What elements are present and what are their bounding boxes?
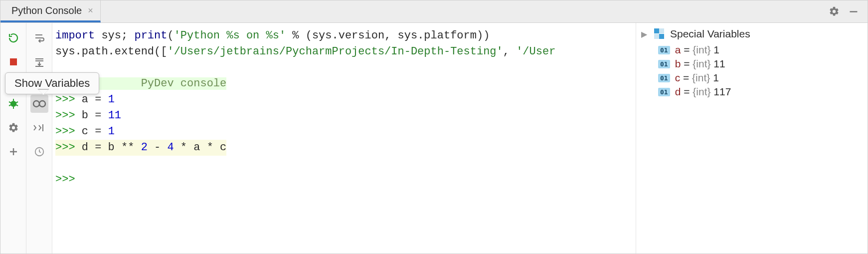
var-type: {int} — [693, 44, 710, 55]
code-fn: print — [134, 29, 167, 42]
code-text: a = — [82, 93, 108, 106]
code-text: c = — [82, 125, 108, 138]
add-button[interactable] — [4, 143, 22, 161]
prompt-input[interactable]: >>> — [55, 173, 82, 186]
close-icon[interactable]: × — [88, 5, 93, 16]
code-text: sys; — [95, 29, 134, 42]
type-badge: 01 — [658, 88, 670, 96]
svg-line-7 — [9, 105, 11, 106]
execute-selection-button[interactable] — [30, 119, 48, 137]
code-text: sys.path.extend([ — [55, 45, 167, 58]
gear-icon[interactable] — [829, 6, 840, 17]
header-actions — [829, 0, 868, 22]
var-name: a — [675, 44, 681, 55]
stop-button[interactable] — [4, 53, 22, 71]
code-text: % (sys.version, sys.platform)) — [286, 29, 490, 42]
prompt: >>> — [55, 93, 82, 106]
var-type: {int} — [693, 86, 710, 97]
prompt: >>> — [55, 125, 82, 138]
var-value: 11 — [713, 58, 725, 69]
variables-pane: ▶ Special Variables 01 a = {int} 1 01 b … — [636, 23, 868, 254]
code-text: * a * c — [174, 141, 227, 154]
variable-row[interactable]: 01 b = {int} 11 — [641, 57, 863, 71]
type-badge: 01 — [658, 74, 670, 82]
svg-line-8 — [16, 105, 18, 106]
soft-wrap-button[interactable] — [30, 29, 48, 47]
main-content: import sys; print('Python %s on %s' % (s… — [0, 23, 868, 254]
svg-point-2 — [10, 101, 16, 107]
history-button[interactable] — [30, 143, 48, 161]
debug-button[interactable] — [4, 95, 22, 113]
code-number: 11 — [108, 109, 121, 122]
code-string: '/Users/jetbrains/PycharmProjects/In-Dep… — [167, 45, 503, 58]
code-text: ( — [167, 29, 174, 42]
code-keyword: import — [55, 29, 95, 42]
toolbar-primary — [0, 23, 26, 254]
svg-rect-0 — [850, 11, 858, 12]
minimize-icon[interactable] — [849, 6, 859, 16]
var-type: {int} — [693, 58, 710, 69]
rerun-button[interactable] — [4, 29, 22, 47]
header-bar: Python Console × — [0, 0, 868, 23]
prompt: >>> — [55, 109, 82, 122]
console-output[interactable]: import sys; print('Python %s on %s' % (s… — [52, 23, 636, 254]
prompt: >>> — [55, 141, 82, 154]
var-name: b — [675, 58, 681, 69]
svg-point-9 — [33, 101, 39, 107]
var-value: 1 — [713, 44, 719, 55]
code-number: 1 — [108, 125, 115, 138]
code-text: - — [148, 141, 168, 154]
var-value: 117 — [713, 86, 731, 97]
scroll-to-end-button[interactable] — [30, 53, 48, 71]
var-value: 1 — [713, 72, 719, 83]
svg-line-6 — [16, 102, 18, 103]
code-number: 2 — [141, 141, 148, 154]
variable-row[interactable]: 01 a = {int} 1 — [641, 43, 863, 57]
variable-row[interactable]: 01 c = {int} 1 — [641, 71, 863, 85]
svg-point-10 — [39, 101, 45, 107]
tab-label: Python Console — [11, 5, 82, 16]
code-text: , — [503, 45, 516, 58]
code-text: b = — [82, 109, 108, 122]
tab-python-console[interactable]: Python Console × — [0, 0, 101, 22]
code-number: 1 — [108, 93, 115, 106]
var-name: c — [675, 72, 681, 83]
var-type: {int} — [692, 72, 710, 83]
svg-rect-1 — [10, 58, 17, 65]
code-string: '/User — [516, 45, 555, 58]
variable-row[interactable]: 01 d = {int} 117 — [641, 85, 863, 99]
var-name: d — [675, 86, 681, 97]
tooltip-show-variables: Show Variables — [5, 72, 99, 94]
toolbar-secondary — [26, 23, 52, 254]
type-badge: 01 — [658, 60, 670, 68]
code-number: 4 — [167, 141, 174, 154]
tooltip-text: Show Variables — [14, 77, 90, 89]
variables-header-label: Special Variables — [670, 28, 750, 40]
special-variables-group[interactable]: ▶ Special Variables — [641, 28, 863, 40]
code-string: 'Python %s on %s' — [174, 29, 286, 42]
settings-button[interactable] — [4, 119, 22, 137]
chevron-right-icon[interactable]: ▶ — [641, 29, 649, 39]
type-badge: 01 — [658, 46, 670, 54]
group-icon — [654, 28, 665, 39]
svg-line-5 — [9, 102, 11, 103]
code-text: d = b ** — [82, 141, 141, 154]
